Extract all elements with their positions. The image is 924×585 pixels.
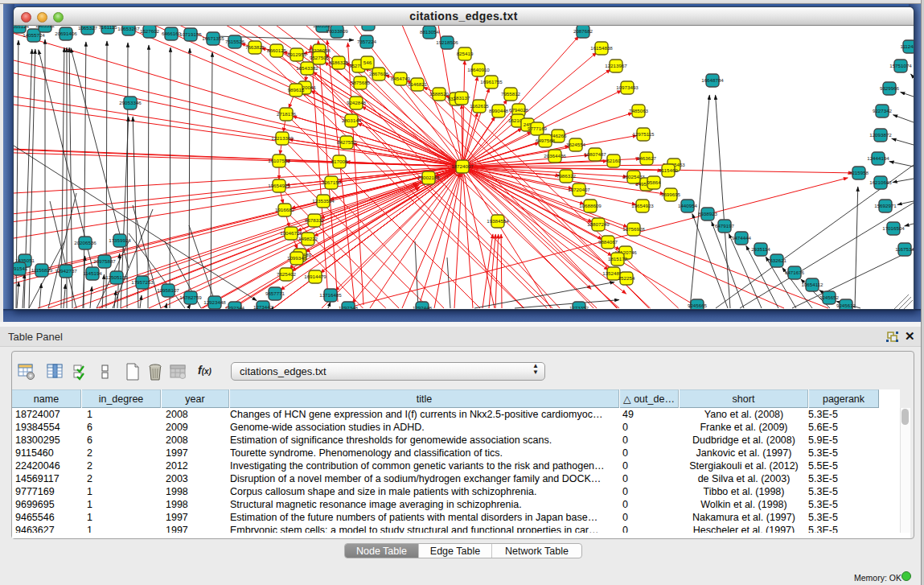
svg-text:7663822: 7663822 (245, 44, 265, 50)
svg-text:12923448: 12923448 (203, 299, 226, 305)
svg-text:8454749: 8454749 (391, 76, 411, 81)
svg-text:16107553: 16107553 (268, 158, 290, 163)
svg-text:9777169: 9777169 (528, 126, 548, 131)
svg-text:15751074: 15751074 (889, 63, 912, 68)
svg-text:12213967: 12213967 (605, 63, 627, 68)
svg-text:2087682: 2087682 (573, 28, 593, 34)
svg-text:17957253: 17957253 (131, 279, 154, 285)
svg-text:9657771: 9657771 (265, 290, 285, 296)
svg-text:391541: 391541 (14, 266, 28, 271)
svg-text:7515526: 7515526 (225, 39, 245, 44)
svg-text:17359924: 17359924 (109, 237, 131, 243)
svg-text:1292448: 1292448 (413, 305, 433, 309)
svg-text:6479197: 6479197 (715, 223, 735, 229)
svg-text:11156829: 11156829 (31, 267, 53, 273)
svg-text:10973493: 10973493 (616, 84, 639, 90)
svg-text:12975115: 12975115 (632, 131, 655, 137)
svg-text:19654925: 19654925 (268, 183, 290, 188)
svg-text:252254: 252254 (618, 275, 635, 281)
svg-text:1145194: 1145194 (83, 270, 102, 276)
svg-text:9884067: 9884067 (598, 239, 618, 245)
svg-text:8660125: 8660125 (267, 47, 287, 53)
svg-text:23002165: 23002165 (417, 175, 440, 180)
svg-text:15720407: 15720407 (568, 187, 590, 192)
svg-text:13716485: 13716485 (319, 292, 342, 298)
svg-text:17016504: 17016504 (882, 225, 905, 231)
svg-text:1112484: 1112484 (900, 43, 914, 49)
svg-text:15692971: 15692971 (874, 203, 897, 208)
svg-text:1292348: 1292348 (339, 305, 359, 309)
svg-text:16648784: 16648784 (701, 77, 724, 83)
svg-text:18807249: 18807249 (587, 221, 610, 227)
svg-text:20691406: 20691406 (55, 31, 77, 36)
svg-text:19384554: 19384554 (487, 218, 509, 224)
svg-text:1099348: 1099348 (287, 255, 307, 261)
svg-text:9115460: 9115460 (659, 167, 678, 173)
svg-text:16543382: 16543382 (296, 65, 318, 71)
svg-text:2055124: 2055124 (14, 26, 30, 29)
svg-text:1273442: 1273442 (253, 304, 273, 309)
svg-text:8427552: 8427552 (337, 139, 357, 145)
svg-text:8678332: 8678332 (305, 217, 325, 223)
svg-text:16210643: 16210643 (869, 179, 892, 185)
svg-text:2867608: 2867608 (369, 71, 389, 76)
svg-text:16782759: 16782759 (179, 295, 202, 300)
svg-text:8215958: 8215958 (849, 170, 869, 175)
svg-text:16671355: 16671355 (202, 35, 224, 41)
svg-text:1527602: 1527602 (140, 28, 160, 34)
svg-text:7161115: 7161115 (98, 26, 117, 30)
svg-text:1905512: 1905512 (35, 26, 55, 28)
svg-text:20975887: 20975887 (93, 258, 116, 264)
svg-text:1498222: 1498222 (298, 236, 318, 241)
svg-text:1162615: 1162615 (470, 103, 489, 109)
svg-text:2803144: 2803144 (342, 117, 362, 123)
svg-text:8471676: 8471676 (785, 270, 805, 275)
svg-text:8912955: 8912955 (287, 51, 307, 57)
svg-text:7485063: 7485063 (629, 108, 649, 113)
svg-text:9227342: 9227342 (873, 108, 893, 113)
svg-text:12093872: 12093872 (869, 132, 892, 138)
svg-text:1065327: 1065327 (78, 26, 98, 31)
svg-text:8813054: 8813054 (420, 29, 440, 35)
svg-text:7625402: 7625402 (277, 271, 297, 277)
svg-text:1588520: 1588520 (429, 91, 450, 97)
svg-text:12213369: 12213369 (271, 135, 294, 141)
svg-text:1035809: 1035809 (359, 26, 379, 27)
svg-text:6466160: 6466160 (162, 31, 182, 36)
svg-text:9242848: 9242848 (347, 100, 367, 105)
svg-text:2718176: 2718176 (277, 111, 297, 117)
svg-text:183137: 183137 (454, 95, 470, 101)
svg-text:14055724: 14055724 (23, 32, 45, 38)
svg-text:10756928: 10756928 (622, 226, 645, 232)
svg-text:16914479: 16914479 (304, 274, 326, 279)
svg-text:8990448: 8990448 (489, 108, 509, 113)
svg-text:6794028: 6794028 (509, 107, 529, 113)
svg-text:10653267: 10653267 (117, 26, 140, 31)
svg-text:12353594: 12353594 (312, 198, 335, 204)
svg-text:2935114: 2935114 (751, 246, 770, 252)
svg-text:20364436: 20364436 (544, 153, 566, 159)
svg-text:10958107: 10958107 (157, 287, 179, 293)
svg-text:62160: 62160 (606, 158, 621, 163)
svg-text:8938923: 8938923 (698, 211, 718, 216)
svg-text:95864: 95864 (647, 179, 661, 185)
svg-text:3624554: 3624554 (566, 142, 586, 147)
svg-text:8186328: 8186328 (329, 60, 349, 65)
svg-text:9527505: 9527505 (310, 55, 330, 60)
svg-text:10807487: 10807487 (584, 151, 606, 157)
svg-text:20206536: 20206536 (74, 240, 97, 245)
svg-text:1273352: 1273352 (569, 305, 589, 309)
svg-text:1292344: 1292344 (225, 305, 245, 309)
svg-text:29053346: 29053346 (119, 100, 142, 105)
svg-text:19654923: 19654923 (631, 203, 654, 208)
svg-text:9245652: 9245652 (819, 295, 840, 300)
svg-text:9474444: 9474444 (732, 235, 752, 241)
svg-text:19218506: 19218506 (436, 39, 458, 45)
svg-text:10654112: 10654112 (801, 282, 823, 287)
svg-text:18724007: 18724007 (451, 163, 474, 169)
svg-text:1815172: 1815172 (608, 256, 628, 262)
svg-text:546: 546 (363, 60, 372, 65)
svg-text:7632621: 7632621 (767, 257, 787, 263)
svg-text:1916682: 1916682 (275, 207, 295, 212)
svg-text:9699695: 9699695 (661, 192, 681, 197)
